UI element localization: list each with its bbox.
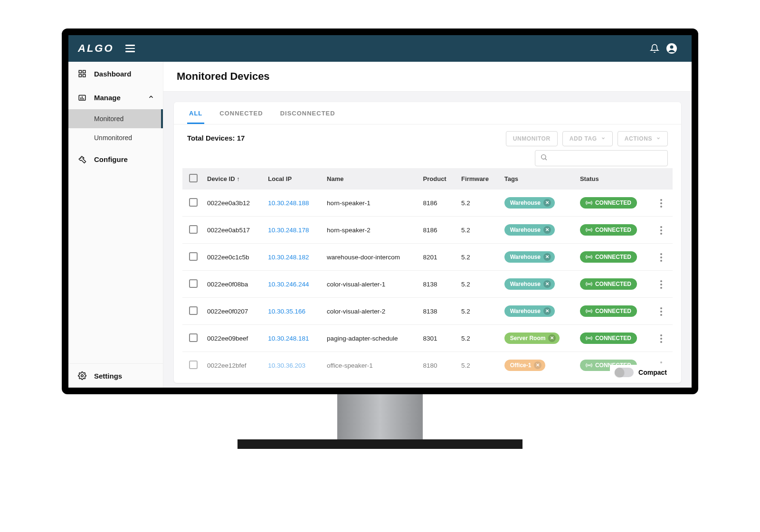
tag-remove-icon[interactable]: ✕ xyxy=(543,199,551,207)
bell-icon[interactable] xyxy=(646,40,663,57)
main-content: Monitored Devices ALL CONNECTED DISCONNE… xyxy=(163,62,692,388)
sidebar-item-configure[interactable]: Configure xyxy=(68,147,163,171)
cell-firmware: 5.2 xyxy=(456,298,500,325)
chevron-down-icon xyxy=(656,135,661,142)
cell-name: color-visual-alerter-1 xyxy=(322,271,418,298)
tab-connected[interactable]: CONNECTED xyxy=(218,102,265,124)
cell-device-id: 0022ee0ab517 xyxy=(202,217,263,244)
svg-rect-3 xyxy=(83,70,86,73)
col-product[interactable]: Product xyxy=(418,168,457,190)
tag-remove-icon[interactable]: ✕ xyxy=(543,226,551,234)
cell-local-ip[interactable]: 10.30.36.203 xyxy=(268,362,305,369)
tab-all[interactable]: ALL xyxy=(187,102,204,124)
cell-local-ip[interactable]: 10.30.248.181 xyxy=(268,335,309,342)
row-actions-menu[interactable] xyxy=(657,332,665,346)
sidebar-item-label: Configure xyxy=(94,155,128,163)
manage-icon xyxy=(77,92,87,103)
row-checkbox[interactable] xyxy=(189,333,198,342)
tag-chip[interactable]: Office-1✕ xyxy=(504,360,546,371)
row-actions-menu[interactable] xyxy=(657,223,665,238)
col-firmware[interactable]: Firmware xyxy=(456,168,500,190)
account-icon[interactable] xyxy=(663,40,680,57)
cell-name: paging-adapter-schedule xyxy=(322,325,418,352)
sidebar-item-settings[interactable]: Settings xyxy=(68,364,163,388)
row-checkbox[interactable] xyxy=(189,279,198,288)
cell-local-ip[interactable]: 10.30.35.166 xyxy=(268,308,305,315)
search-icon xyxy=(540,153,548,163)
table-row: 0022ee0c1c5b 10.30.248.182 warehouse-doo… xyxy=(182,244,673,271)
col-local-ip[interactable]: Local IP xyxy=(263,168,322,190)
search-field[interactable] xyxy=(551,154,663,162)
svg-point-10 xyxy=(589,229,589,230)
col-status[interactable]: Status xyxy=(575,168,653,190)
svg-point-12 xyxy=(589,284,589,285)
svg-point-14 xyxy=(589,338,589,339)
table-row: 0022ee0f0207 10.30.35.166 color-visual-a… xyxy=(182,298,673,325)
devices-table: Device ID ↑ Local IP Name Product Firmwa… xyxy=(182,168,673,373)
menu-icon[interactable] xyxy=(125,45,135,52)
table-row: 0022ee0ab517 10.30.248.178 horn-speaker-… xyxy=(182,217,673,244)
svg-point-7 xyxy=(81,375,84,377)
cell-name: horn-speaker-1 xyxy=(322,190,418,217)
svg-rect-2 xyxy=(79,70,81,73)
cell-product: 8138 xyxy=(418,298,457,325)
chevron-up-icon xyxy=(148,94,154,102)
tag-chip[interactable]: Warehouse✕ xyxy=(504,305,555,317)
logo: ALGO xyxy=(78,42,114,55)
row-actions-menu[interactable] xyxy=(657,277,665,292)
status-chip: CONNECTED xyxy=(580,197,637,209)
tag-chip[interactable]: Warehouse✕ xyxy=(504,224,555,236)
sidebar-item-monitored[interactable]: Monitored xyxy=(68,109,163,128)
svg-rect-5 xyxy=(83,75,86,77)
tag-remove-icon[interactable]: ✕ xyxy=(534,361,542,369)
row-checkbox[interactable] xyxy=(189,198,198,207)
search-input[interactable] xyxy=(535,150,668,166)
tag-remove-icon[interactable]: ✕ xyxy=(543,307,551,315)
sidebar-item-label: Manage xyxy=(94,94,121,102)
tag-chip[interactable]: Server Room✕ xyxy=(504,332,560,344)
row-checkbox[interactable] xyxy=(189,252,198,261)
actions-button[interactable]: ACTIONS xyxy=(618,131,668,146)
col-tags[interactable]: Tags xyxy=(500,168,575,190)
tab-disconnected[interactable]: DISCONNECTED xyxy=(278,102,337,124)
status-chip: CONNECTED xyxy=(580,305,637,317)
cell-product: 8201 xyxy=(418,244,457,271)
row-actions-menu[interactable] xyxy=(657,196,665,210)
cell-product: 8138 xyxy=(418,271,457,298)
tag-remove-icon[interactable]: ✕ xyxy=(543,280,551,288)
sidebar-item-dashboard[interactable]: Dashboard xyxy=(68,62,163,86)
broadcast-icon xyxy=(586,227,592,233)
row-checkbox[interactable] xyxy=(189,306,198,315)
cell-firmware: 5.2 xyxy=(456,190,500,217)
cell-local-ip[interactable]: 10.30.248.188 xyxy=(268,200,309,207)
sort-asc-icon: ↑ xyxy=(237,175,240,182)
col-device-id[interactable]: Device ID ↑ xyxy=(202,168,263,190)
svg-point-11 xyxy=(589,256,589,257)
col-name[interactable]: Name xyxy=(322,168,418,190)
sidebar-item-unmonitored[interactable]: Unmonitored xyxy=(68,128,163,147)
tag-chip[interactable]: Warehouse✕ xyxy=(504,251,555,263)
tag-chip[interactable]: Warehouse✕ xyxy=(504,278,555,290)
tag-remove-icon[interactable]: ✕ xyxy=(548,334,556,342)
sidebar-item-label: Unmonitored xyxy=(94,134,132,142)
tag-remove-icon[interactable]: ✕ xyxy=(543,253,551,261)
monitor-stand-base xyxy=(238,439,522,449)
svg-point-9 xyxy=(589,202,589,203)
cell-local-ip[interactable]: 10.30.248.182 xyxy=(268,254,309,261)
row-actions-menu[interactable] xyxy=(657,250,665,265)
add-tag-button[interactable]: ADD TAG xyxy=(562,131,613,146)
table-row: 0022ee0f08ba 10.30.246.244 color-visual-… xyxy=(182,271,673,298)
select-all-checkbox[interactable] xyxy=(189,174,198,182)
unmonitor-button[interactable]: UNMONITOR xyxy=(506,131,558,146)
row-actions-menu[interactable] xyxy=(657,304,665,319)
cell-local-ip[interactable]: 10.30.248.178 xyxy=(268,227,309,234)
cell-firmware: 5.2 xyxy=(456,217,500,244)
table-row: 0022ee12bfef 10.30.36.203 office-speaker… xyxy=(182,352,673,373)
row-checkbox[interactable] xyxy=(189,361,198,369)
cell-name: warehouse-door-intercom xyxy=(322,244,418,271)
sidebar-item-manage[interactable]: Manage xyxy=(68,86,163,109)
tag-chip[interactable]: Warehouse✕ xyxy=(504,197,555,209)
compact-toggle[interactable] xyxy=(615,368,634,377)
row-checkbox[interactable] xyxy=(189,225,198,234)
cell-local-ip[interactable]: 10.30.246.244 xyxy=(268,281,309,288)
